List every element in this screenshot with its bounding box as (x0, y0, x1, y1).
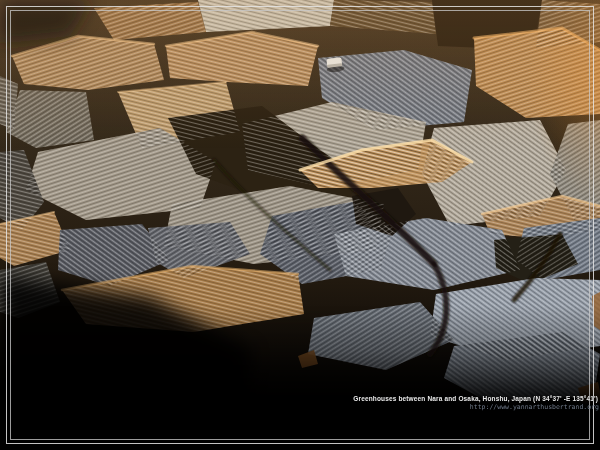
shadow-vignettes (0, 0, 600, 450)
caption: Greenhouses between Nara and Osaka, Hons… (353, 396, 598, 411)
caption-title: Greenhouses between Nara and Osaka, Hons… (353, 396, 598, 403)
caption-url: http://www.yannarthusbertrand.org (353, 404, 599, 411)
desktop-wallpaper: Greenhouses between Nara and Osaka, Hons… (0, 0, 600, 450)
aerial-photo (0, 0, 600, 450)
